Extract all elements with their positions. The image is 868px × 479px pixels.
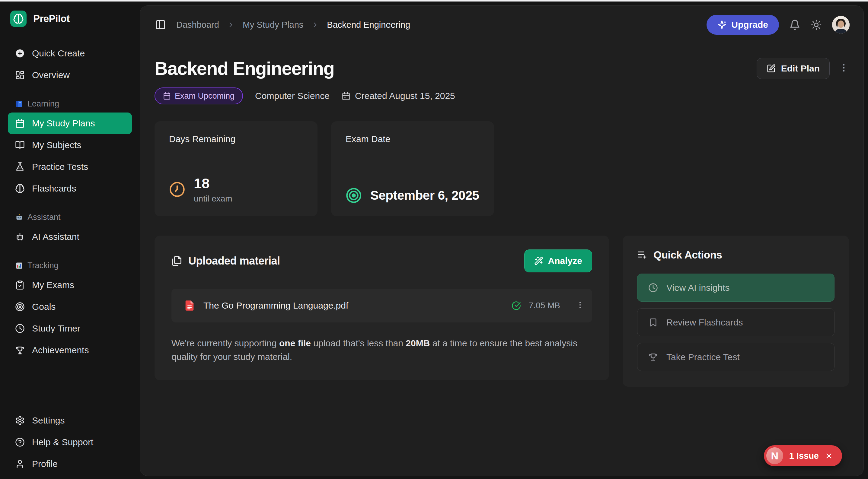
sidebar-item-goals[interactable]: Goals xyxy=(8,296,132,318)
plus-circle-icon xyxy=(15,49,25,58)
bookmark-icon xyxy=(648,318,658,327)
app-logo: PrePilot xyxy=(8,10,132,27)
close-icon[interactable] xyxy=(825,452,833,460)
uploaded-material-title: Uploaded material xyxy=(188,255,280,267)
sidebar-item-practice-tests[interactable]: Practice Tests xyxy=(8,156,132,178)
uploaded-file-row[interactable]: The Go Programming Language.pdf 7.05 MB xyxy=(172,289,592,322)
sidebar-section-learning: Learning xyxy=(8,95,132,113)
edit-plan-button[interactable]: Edit Plan xyxy=(756,58,830,79)
take-practice-test-button[interactable]: Take Practice Test xyxy=(637,343,835,371)
user-avatar[interactable] xyxy=(832,16,849,33)
main-panel: Dashboard My Study Plans Backend Enginee… xyxy=(140,5,864,476)
stat-label: Exam Date xyxy=(346,134,479,144)
pencil-square-icon xyxy=(767,64,776,73)
trophy-icon xyxy=(648,352,658,362)
sidebar-item-settings[interactable]: Settings xyxy=(8,410,132,432)
quick-actions-card: Quick Actions View AI insights Review Fl… xyxy=(623,235,849,387)
exam-date-card: Exam Date September 6, 2025 xyxy=(331,121,494,216)
pdf-file-icon xyxy=(184,299,195,312)
page-content: Backend Engineering Edit Plan Exam Upcom… xyxy=(140,44,864,476)
clock-icon xyxy=(15,324,25,333)
uploaded-material-card: Uploaded material Analyze The Go Program… xyxy=(155,235,609,380)
list-plus-icon xyxy=(637,250,647,260)
upgrade-button[interactable]: Upgrade xyxy=(707,15,779,35)
breadcrumb: Dashboard My Study Plans Backend Enginee… xyxy=(176,20,410,30)
flask-icon xyxy=(15,162,25,172)
sidebar-toggle-icon[interactable] xyxy=(155,19,166,30)
files-icon xyxy=(172,255,182,266)
issue-count-label: 1 Issue xyxy=(789,451,819,461)
subject-label: Computer Science xyxy=(255,91,330,101)
clipboard-check-icon xyxy=(15,280,25,290)
target-icon xyxy=(346,187,362,203)
sidebar-section-assistant: Assistant xyxy=(8,209,132,226)
days-remaining-value: 18 xyxy=(194,175,232,192)
file-size: 7.05 MB xyxy=(529,301,560,310)
bot-icon xyxy=(15,232,25,242)
breadcrumb-my-study-plans[interactable]: My Study Plans xyxy=(243,20,303,30)
calendar-icon xyxy=(163,92,171,100)
robot-emoji xyxy=(15,213,23,221)
sidebar-section-tracking: Tracking xyxy=(8,257,132,274)
gear-icon xyxy=(15,416,25,425)
clock-icon xyxy=(169,181,185,198)
bell-icon[interactable] xyxy=(789,19,800,30)
sidebar-item-flashcards[interactable]: Flashcards xyxy=(8,178,132,199)
sidebar-item-overview[interactable]: Overview xyxy=(8,64,132,86)
user-icon xyxy=(15,459,25,469)
exam-date-value: September 6, 2025 xyxy=(370,188,479,203)
calendar-icon xyxy=(342,92,350,100)
topbar: Dashboard My Study Plans Backend Enginee… xyxy=(140,6,864,44)
days-remaining-sub: until exam xyxy=(194,194,232,203)
sidebar-nav: Quick Create Overview Learning My Study … xyxy=(8,42,132,475)
sidebar-item-my-subjects[interactable]: My Subjects xyxy=(8,134,132,156)
status-badge: Exam Upcoming xyxy=(155,88,243,104)
check-circle-icon xyxy=(512,301,521,310)
breadcrumb-dashboard[interactable]: Dashboard xyxy=(176,20,219,30)
review-flashcards-button[interactable]: Review Flashcards xyxy=(637,308,835,336)
issue-notification[interactable]: N 1 Issue xyxy=(764,445,842,466)
days-remaining-card: Days Remaining 18 until exam xyxy=(155,121,317,216)
upload-limit-note: We're currently supporting one file uplo… xyxy=(172,336,592,363)
brain-icon xyxy=(15,184,25,193)
breadcrumb-current: Backend Engineering xyxy=(327,20,410,30)
bar-chart-emoji xyxy=(15,261,23,270)
sparkles-icon xyxy=(717,20,726,29)
sidebar-item-ai-assistant[interactable]: AI Assistant xyxy=(8,226,132,248)
created-date: Created August 15, 2025 xyxy=(342,91,455,101)
view-ai-insights-button[interactable]: View AI insights xyxy=(637,274,835,301)
clock-icon xyxy=(648,283,658,293)
brain-icon xyxy=(10,10,27,27)
sidebar-item-my-study-plans[interactable]: My Study Plans xyxy=(8,113,132,134)
quick-actions-title: Quick Actions xyxy=(653,249,722,261)
wand-sparkles-icon xyxy=(534,256,543,265)
sidebar-item-profile[interactable]: Profile xyxy=(8,453,132,475)
book-open-icon xyxy=(15,140,25,150)
sidebar-item-study-timer[interactable]: Study Timer xyxy=(8,318,132,339)
help-circle-icon xyxy=(15,437,25,447)
nextjs-n-icon: N xyxy=(766,447,783,464)
calendar-icon xyxy=(15,119,25,128)
file-options-icon[interactable] xyxy=(575,300,585,311)
chevron-right-icon xyxy=(311,21,319,29)
layout-grid-icon xyxy=(15,70,25,80)
stat-label: Days Remaining xyxy=(169,134,303,144)
sidebar-item-achievements[interactable]: Achievements xyxy=(8,339,132,361)
chevron-right-icon xyxy=(227,21,235,29)
sidebar-item-quick-create[interactable]: Quick Create xyxy=(8,42,132,64)
more-options-icon[interactable] xyxy=(839,63,849,74)
target-icon xyxy=(15,302,25,312)
blue-book-emoji xyxy=(15,100,23,108)
theme-sun-icon[interactable] xyxy=(811,19,822,30)
sidebar: PrePilot Quick Create Overview Learning … xyxy=(0,1,140,479)
file-name: The Go Programming Language.pdf xyxy=(204,300,504,311)
page-title: Backend Engineering xyxy=(155,58,334,79)
app-name: PrePilot xyxy=(33,13,70,25)
analyze-button[interactable]: Analyze xyxy=(524,250,592,273)
top-edge-strip xyxy=(0,0,868,1)
sidebar-item-help-support[interactable]: Help & Support xyxy=(8,432,132,453)
trophy-icon xyxy=(15,345,25,355)
sidebar-item-my-exams[interactable]: My Exams xyxy=(8,274,132,296)
